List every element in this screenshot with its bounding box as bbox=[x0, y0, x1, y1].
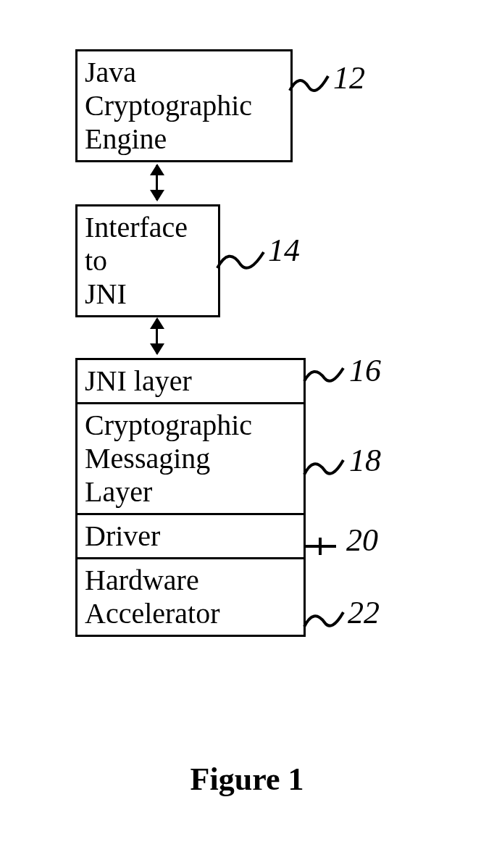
box-interface-to-jni: Interface to JNI bbox=[75, 204, 220, 317]
cell-jni-text: JNI layer bbox=[85, 364, 192, 397]
cell-driver-text: Driver bbox=[85, 519, 160, 552]
ref-20: 20 bbox=[346, 522, 378, 559]
leader-22 bbox=[303, 605, 346, 634]
ref-18: 18 bbox=[349, 442, 381, 479]
cell-jni-layer: JNI layer bbox=[78, 360, 303, 402]
leader-20 bbox=[303, 536, 339, 556]
arrow-jce-iface bbox=[156, 165, 158, 200]
leader-14 bbox=[216, 246, 267, 275]
ref-22: 22 bbox=[348, 594, 380, 631]
cell-hw-text: Hardware Accelerator bbox=[85, 564, 220, 630]
cell-hardware-accelerator: Hardware Accelerator bbox=[78, 557, 303, 635]
leader-12 bbox=[288, 69, 332, 98]
cell-cryptographic-messaging-layer: Cryptographic Messaging Layer bbox=[78, 402, 303, 513]
figure-caption: Figure 1 bbox=[0, 761, 494, 798]
box-iface-text: Interface to JNI bbox=[85, 211, 188, 310]
ref-14: 14 bbox=[268, 232, 300, 269]
cell-driver: Driver bbox=[78, 513, 303, 557]
leader-16 bbox=[303, 362, 346, 388]
leader-18 bbox=[303, 453, 346, 482]
ref-16: 16 bbox=[349, 352, 381, 389]
box-java-cryptographic-engine: Java Cryptographic Engine bbox=[75, 49, 293, 162]
ref-12: 12 bbox=[333, 59, 365, 96]
arrow-iface-stack bbox=[156, 319, 158, 354]
figure-page: Java Cryptographic Engine 12 Interface t… bbox=[0, 0, 494, 868]
layer-stack: JNI layer Cryptographic Messaging Layer … bbox=[75, 358, 306, 637]
cell-cml-text: Cryptographic Messaging Layer bbox=[85, 409, 252, 508]
box-jce-text: Java Cryptographic Engine bbox=[85, 56, 252, 155]
